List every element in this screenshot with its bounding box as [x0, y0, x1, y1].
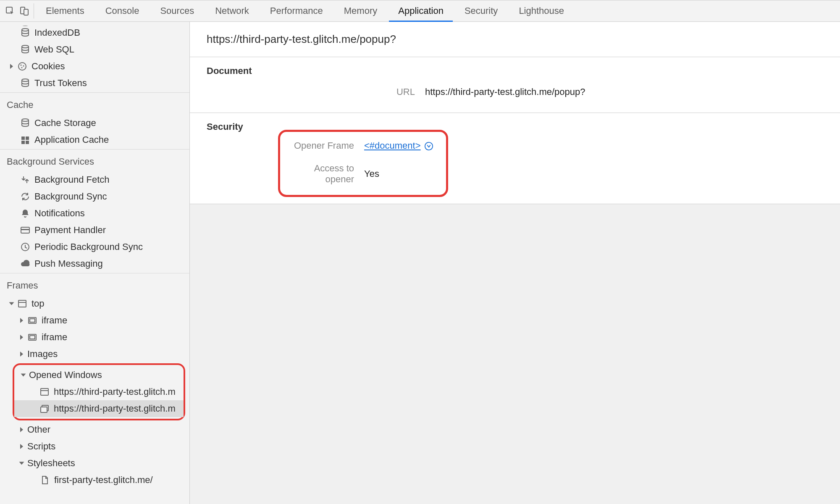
sidebar-label: https://third-party-test.glitch.m — [54, 386, 176, 397]
collapse-icon[interactable] — [21, 374, 26, 377]
sidebar-item-periodic[interactable]: Periodic Background Sync — [0, 239, 189, 255]
section-heading-document: Document — [207, 66, 823, 76]
collapse-icon[interactable] — [19, 462, 24, 465]
sidebar-item-stylesheets[interactable]: Stylesheets — [0, 455, 189, 472]
svg-rect-19 — [18, 300, 26, 307]
inspect-icon[interactable] — [5, 6, 15, 16]
sidebar-item-iframe[interactable]: iframe — [0, 329, 189, 346]
sidebar-label: Push Messaging — [34, 258, 103, 269]
expand-icon[interactable] — [20, 352, 23, 357]
highlight-box-opener: Opener Frame <#document> Access to opene… — [278, 130, 448, 197]
tabbar-tool-icons — [5, 3, 34, 18]
tab-elements[interactable]: Elements — [37, 0, 94, 22]
sidebar-item-openedwindow-selected[interactable]: https://third-party-test.glitch.m — [14, 400, 184, 417]
sidebar-label: Opened Windows — [29, 370, 102, 381]
database-icon — [20, 25, 30, 26]
sidebar-item-other[interactable]: Other — [0, 421, 189, 438]
svg-point-11 — [22, 119, 29, 121]
sidebar-label: Stylesheets — [27, 458, 75, 469]
section-document: Document URL https://third-party-test.gl… — [190, 57, 840, 113]
cookies-icon — [17, 61, 27, 71]
windows-icon — [39, 404, 50, 414]
expand-icon[interactable] — [20, 318, 23, 323]
sidebar-section-frames: Frames — [0, 276, 189, 295]
sync-icon — [20, 192, 30, 202]
tab-network[interactable]: Network — [206, 0, 258, 22]
sidebar-item-trusttokens[interactable]: Trust Tokens — [0, 75, 189, 92]
sidebar-item-push[interactable]: Push Messaging — [0, 255, 189, 272]
sidebar-label: https://third-party-test.glitch.m — [54, 403, 176, 414]
appcache-icon — [20, 135, 30, 145]
sidebar-item-notifications[interactable]: Notifications — [0, 205, 189, 222]
sidebar-item-images[interactable]: Images — [0, 346, 189, 362]
sidebar-item-openedwindow[interactable]: https://third-party-test.glitch.m — [14, 383, 184, 400]
tab-memory[interactable]: Memory — [335, 0, 386, 22]
reveal-element-icon[interactable] — [423, 140, 433, 151]
tab-console[interactable]: Console — [96, 0, 149, 22]
tab-lighthouse[interactable]: Lighthouse — [509, 0, 573, 22]
sidebar-label: Cookies — [32, 61, 65, 72]
tab-security[interactable]: Security — [455, 0, 507, 22]
application-sidebar: IndexedDB IndexedDB Web SQL Cookies Trus… — [0, 22, 190, 504]
sidebar-label: iframe — [42, 315, 67, 326]
sidebar-section-cache: Cache — [0, 95, 189, 115]
sidebar-label: first-party-test.glitch.me/ — [54, 475, 153, 486]
sidebar-label: IndexedDB — [34, 27, 80, 38]
sidebar-item-indexeddb[interactable]: IndexedDB — [0, 24, 189, 41]
sidebar-label: Web SQL — [34, 44, 74, 55]
clock-icon — [20, 242, 30, 252]
sidebar-item-cachestorage[interactable]: Cache Storage — [0, 115, 189, 131]
svg-rect-2 — [24, 9, 28, 15]
svg-point-10 — [22, 79, 29, 81]
database-icon — [20, 118, 30, 128]
sidebar-item-websql[interactable]: Web SQL — [0, 41, 189, 58]
sidebar-item-scripts[interactable]: Scripts — [0, 438, 189, 455]
sidebar-item-iframe[interactable]: iframe — [0, 312, 189, 329]
database-icon — [20, 28, 30, 38]
svg-rect-24 — [30, 336, 35, 339]
sidebar-item-top[interactable]: top — [0, 295, 189, 312]
creditcard-icon — [20, 225, 30, 235]
link-opener-frame[interactable]: <#document> — [364, 140, 421, 151]
sidebar-item-appcache[interactable]: Application Cache — [0, 131, 189, 148]
expand-icon[interactable] — [20, 335, 23, 340]
window-icon — [17, 299, 27, 309]
sidebar-label: Cache Storage — [34, 118, 96, 129]
svg-point-8 — [23, 66, 24, 67]
sidebar-item-cookies[interactable]: Cookies — [0, 58, 189, 75]
expand-icon[interactable] — [20, 444, 23, 449]
expand-icon[interactable] — [20, 427, 23, 432]
sidebar-label: Background Fetch — [34, 174, 110, 185]
window-icon — [39, 387, 50, 397]
device-toggle-icon[interactable] — [19, 6, 29, 16]
sidebar-label: top — [32, 298, 45, 309]
svg-point-4 — [22, 29, 29, 31]
sidebar-item-payment[interactable]: Payment Handler — [0, 222, 189, 239]
sidebar-item-bgfetch[interactable]: Background Fetch — [0, 171, 189, 188]
sidebar-item-bgsync[interactable]: Background Sync — [0, 188, 189, 205]
sidebar-item-openedwindows[interactable]: Opened Windows — [14, 367, 184, 383]
frame-detail-title: https://third-party-test.glitch.me/popup… — [190, 22, 840, 57]
svg-rect-17 — [21, 229, 29, 230]
label-opener-frame: Opener Frame — [284, 140, 364, 151]
svg-rect-25 — [41, 388, 48, 395]
sidebar-label: Trust Tokens — [34, 78, 87, 89]
sidebar-label: Application Cache — [34, 134, 109, 145]
sidebar-label: Background Sync — [34, 191, 107, 202]
tab-application[interactable]: Application — [389, 0, 453, 22]
sidebar-label: Other — [27, 424, 50, 435]
section-security: Security Opener Frame <#document> Access… — [190, 113, 840, 204]
sidebar-item-stylesheet-file[interactable]: first-party-test.glitch.me/ — [0, 472, 189, 488]
expand-icon[interactable] — [10, 64, 13, 69]
collapse-icon[interactable] — [9, 302, 14, 305]
tab-performance[interactable]: Performance — [261, 0, 332, 22]
svg-rect-15 — [26, 141, 29, 144]
sidebar-label: Payment Handler — [34, 225, 106, 236]
tab-sources[interactable]: Sources — [151, 0, 203, 22]
sidebar-label: IndexedDB — [34, 25, 80, 26]
svg-point-9 — [21, 67, 23, 68]
database-icon — [20, 78, 30, 88]
label-access-opener: Access to opener — [284, 163, 364, 185]
file-icon — [40, 475, 50, 485]
svg-rect-22 — [30, 319, 35, 322]
